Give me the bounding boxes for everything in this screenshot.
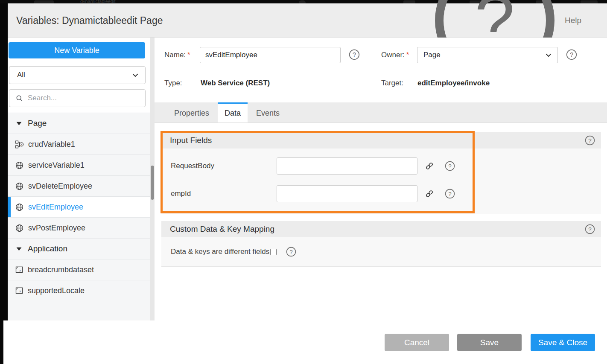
target-value: editEmployee/invoke: [417, 79, 490, 87]
different-fields-checkbox[interactable]: [270, 249, 277, 255]
variable-detail-panel: Name:* ? Owner:* Page ? Type: Web Servic…: [155, 38, 607, 320]
dialog-header: Variables: Dynamictableedit Page ? Help: [8, 3, 607, 38]
triangle-down-icon: [16, 121, 22, 126]
variable-item-label: supportedLocale: [28, 286, 85, 295]
search-icon: [15, 94, 23, 102]
svg-text:?: ?: [289, 249, 293, 255]
input-field-label: RequestBody: [171, 162, 277, 170]
svg-text:?: ?: [448, 190, 452, 197]
scrollbar-thumb[interactable]: [151, 166, 154, 200]
new-variable-button[interactable]: New Variable: [9, 42, 145, 58]
triangle-down-icon: [16, 247, 22, 251]
background-fragment: [403, 0, 415, 3]
required-marker: *: [406, 51, 409, 59]
input-field-value-empId[interactable]: [277, 185, 417, 202]
custom-mapping-body: Data & keys are different fields ?: [161, 237, 601, 267]
custom-mapping-help-icon[interactable]: ?: [585, 224, 595, 234]
group-label: Application: [28, 244, 67, 253]
variable-item-label: svEditEmployee: [28, 203, 83, 212]
field-help-icon[interactable]: ?: [445, 161, 455, 171]
tab-events[interactable]: Events: [249, 102, 286, 122]
web-service-variable-icon: [15, 203, 24, 212]
input-field-row-empId: empId?: [161, 180, 601, 207]
background-fragment: [34, 0, 54, 3]
variable-item-label: serviceVariable1: [28, 161, 85, 170]
svg-text:?: ?: [588, 137, 592, 144]
type-label: Type:: [164, 79, 182, 87]
svg-text:?: ?: [588, 226, 592, 233]
bind-link-icon[interactable]: [424, 189, 435, 199]
input-fields-help-icon[interactable]: ?: [585, 135, 595, 146]
variable-item-svEditEmployee[interactable]: svEditEmployee: [8, 197, 150, 218]
variable-item-label: svPostEmployee: [28, 224, 85, 233]
variable-item-svPostEmployee[interactable]: svPostEmployee: [8, 218, 150, 239]
background-fragment: [299, 0, 306, 3]
input-field-value-RequestBody[interactable]: [277, 157, 417, 175]
dialog-body: New Variable All PagexcrudVariable1servi…: [8, 38, 607, 320]
variable-search: [9, 89, 146, 107]
chevron-down-icon: [131, 71, 139, 79]
dialog-title: Variables: Dynamictableedit Page: [16, 15, 163, 26]
required-marker: *: [187, 51, 190, 59]
group-header-page[interactable]: Page: [8, 113, 150, 134]
tab-data[interactable]: Data: [218, 102, 248, 122]
save-button[interactable]: Save: [457, 334, 522, 351]
sidebar-scrollbar[interactable]: [150, 38, 155, 320]
variable-item-supportedLocale[interactable]: xsupportedLocale: [8, 280, 150, 301]
variable-item-crudVariable1[interactable]: xcrudVariable1: [8, 134, 150, 155]
variable-item-label: svDeleteEmployee: [28, 182, 92, 191]
svg-text:x: x: [19, 268, 21, 272]
custom-mapping-title: Custom Data & Key Mapping: [170, 224, 274, 234]
input-fields-section: Input Fields ? RequestBody?empId?: [161, 132, 601, 214]
owner-selected-value: Page: [423, 51, 545, 59]
crud-variable-icon: x: [15, 140, 24, 149]
help-label: Help: [565, 16, 581, 25]
save-and-close-button[interactable]: Save & Close: [531, 334, 595, 351]
input-field-label: empId: [171, 189, 277, 198]
input-fields-body: RequestBody?empId?: [161, 149, 601, 214]
name-label: Name:*: [164, 51, 190, 59]
name-input[interactable]: [200, 47, 341, 63]
svg-text:?: ?: [570, 51, 573, 58]
input-fields-title: Input Fields: [170, 136, 212, 145]
group-label: Page: [28, 119, 47, 128]
owner-select[interactable]: Page: [417, 47, 558, 63]
owner-help-icon[interactable]: ?: [566, 49, 577, 60]
tab-properties[interactable]: Properties: [167, 102, 216, 122]
screen: dynamictableedit Variables: Dynamictable…: [0, 0, 607, 364]
field-help-icon[interactable]: ?: [445, 189, 455, 199]
input-fields-header: Input Fields ?: [161, 132, 601, 149]
web-service-variable-icon: [15, 182, 24, 191]
variable-item-label: crudVariable1: [28, 140, 75, 149]
owner-label: Owner:*: [381, 51, 409, 59]
custom-mapping-header: Custom Data & Key Mapping ?: [161, 221, 601, 237]
model-variable-icon: x: [15, 265, 23, 274]
bind-link-icon[interactable]: [424, 161, 435, 171]
dialog-footer: Cancel Save Save & Close: [3, 320, 607, 364]
different-fields-help-icon[interactable]: ?: [286, 247, 296, 257]
svg-text:x: x: [19, 289, 21, 293]
variable-filter-select[interactable]: All: [9, 66, 146, 84]
background-fragment: [581, 0, 598, 3]
custom-mapping-section: Custom Data & Key Mapping ? Data & keys …: [161, 221, 601, 267]
variable-item-svDeleteEmployee[interactable]: svDeleteEmployee: [8, 176, 150, 197]
web-service-variable-icon: [15, 224, 24, 233]
variables-sidebar: New Variable All PagexcrudVariable1servi…: [8, 38, 150, 320]
tab-bar: PropertiesDataEvents: [155, 102, 607, 123]
variable-item-label: breadcrumbdataset: [28, 265, 94, 274]
web-service-variable-icon: [15, 161, 24, 170]
group-header-application[interactable]: Application: [8, 239, 150, 259]
svg-text:?: ?: [448, 163, 452, 169]
name-help-icon[interactable]: ?: [349, 49, 360, 60]
cancel-button[interactable]: Cancel: [385, 334, 449, 351]
search-input[interactable]: [28, 94, 141, 102]
svg-text:?: ?: [353, 51, 356, 58]
filter-selected-value: All: [17, 71, 131, 79]
variable-item-breadcrumbdataset[interactable]: xbreadcrumbdataset: [8, 259, 150, 280]
target-label: Target:: [381, 79, 403, 87]
type-value: Web Service (REST): [201, 79, 270, 87]
variable-list: PagexcrudVariable1serviceVariable1svDele…: [8, 113, 150, 320]
svg-text:x: x: [20, 143, 23, 146]
input-field-row-RequestBody: RequestBody?: [161, 152, 601, 180]
variable-item-serviceVariable1[interactable]: serviceVariable1: [8, 155, 150, 176]
